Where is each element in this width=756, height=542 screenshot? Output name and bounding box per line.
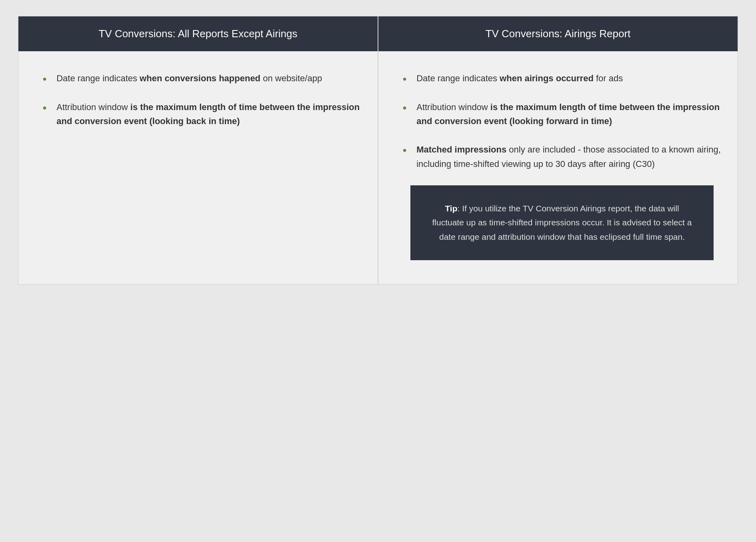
list-item: • Attribution window is the maximum leng…: [42, 100, 362, 128]
tip-box: Tip: If you utilize the TV Conversion Ai…: [410, 185, 714, 260]
bullet-text-attribution-airings: Attribution window is the maximum length…: [416, 100, 722, 128]
main-container: TV Conversions: All Reports Except Airin…: [18, 16, 738, 285]
column-all-reports-content: • Date range indicates when conversions …: [18, 51, 378, 167]
bullet-icon: •: [402, 102, 407, 114]
column-all-reports-header: TV Conversions: All Reports Except Airin…: [18, 16, 378, 51]
column-airings-report-header: TV Conversions: Airings Report: [378, 16, 738, 51]
list-item: • Attribution window is the maximum leng…: [402, 100, 722, 128]
column-airings-report: TV Conversions: Airings Report • Date ra…: [378, 16, 738, 285]
list-item: • Matched impressions only are included …: [402, 143, 722, 171]
bullet-text-attribution: Attribution window is the maximum length…: [56, 100, 362, 128]
airings-report-bullet-list: • Date range indicates when airings occu…: [402, 71, 722, 171]
bullet-text-date-range-airings: Date range indicates when airings occurr…: [416, 71, 623, 85]
bullet-icon: •: [402, 73, 407, 86]
column-airings-report-content: • Date range indicates when airings occu…: [378, 51, 738, 284]
bullet-text-matched-impressions: Matched impressions only are included - …: [416, 143, 722, 171]
bullet-icon: •: [402, 144, 407, 157]
bullet-icon: •: [42, 102, 47, 114]
list-item: • Date range indicates when conversions …: [42, 71, 362, 86]
bullet-icon: •: [42, 73, 47, 86]
tip-label: Tip: [445, 204, 457, 213]
list-item: • Date range indicates when airings occu…: [402, 71, 722, 86]
column-all-reports: TV Conversions: All Reports Except Airin…: [18, 16, 378, 285]
bullet-text-date-range: Date range indicates when conversions ha…: [56, 71, 322, 85]
all-reports-bullet-list: • Date range indicates when conversions …: [42, 71, 362, 128]
tip-text: : If you utilize the TV Conversion Airin…: [432, 204, 692, 241]
